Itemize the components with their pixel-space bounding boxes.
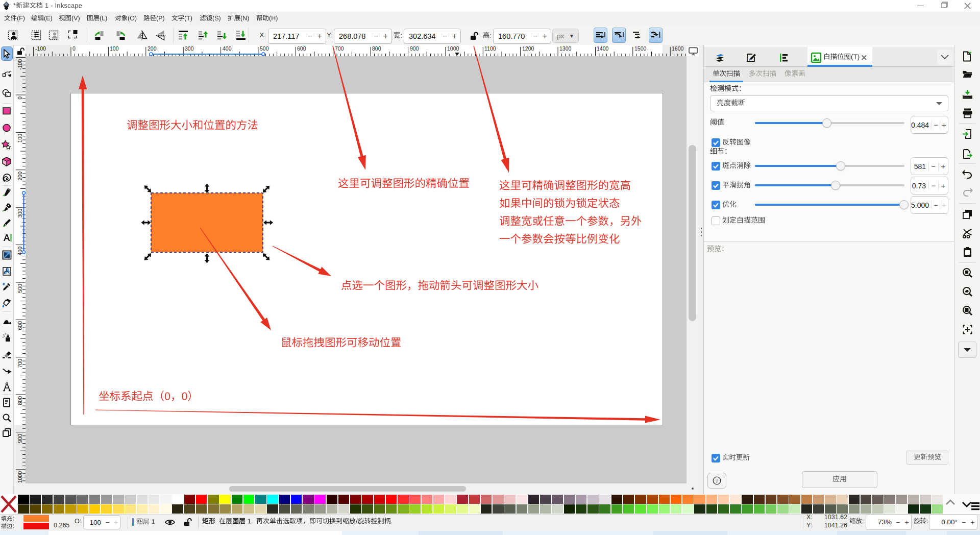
svg-text:500: 500 [17,284,23,293]
svg-text:-100: -100 [17,59,23,70]
svg-text:700: 700 [17,359,23,368]
svg-text:400: 400 [17,247,23,256]
svg-text:0: 0 [17,96,23,100]
svg-text:600: 600 [17,321,23,330]
svg-text:i: i [716,478,718,484]
svg-text:200: 200 [17,172,23,181]
svg-text:800: 800 [17,396,23,405]
svg-text:300: 300 [17,209,23,218]
svg-text:1000: 1000 [17,471,23,483]
svg-text:900: 900 [17,434,23,443]
svg-text:100: 100 [17,134,23,143]
